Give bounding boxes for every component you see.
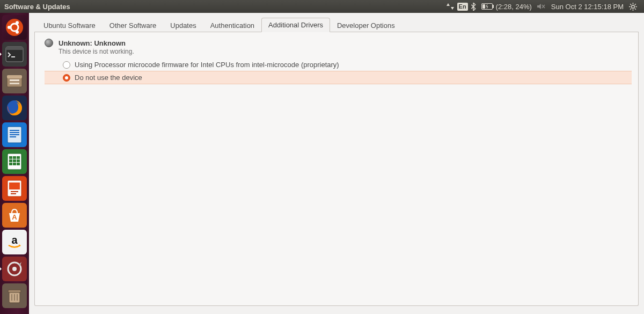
trash-icon [6,287,23,305]
svg-line-11 [630,8,631,9]
battery-icon [481,3,494,10]
device-title: Unknown: Unknown [58,39,126,47]
bluetooth-icon [471,3,476,11]
keyboard-indicator[interactable]: En [457,3,468,11]
amazon-icon: a [5,233,24,251]
network-indicator[interactable] [443,3,457,10]
svg-rect-38 [9,163,12,165]
svg-rect-30 [10,136,16,137]
window-title: Software & Updates [4,3,70,11]
volume-indicator[interactable] [535,3,548,10]
launcher-impress[interactable] [2,176,27,201]
launcher-trash[interactable] [2,283,27,308]
svg-point-3 [632,5,635,8]
launcher: A a [0,13,29,314]
tab-content: Unknown: Unknown This device is not work… [34,32,639,306]
radio-checked [63,74,70,82]
launcher-terminal[interactable] [2,42,27,67]
keyboard-label: En [459,3,466,11]
driver-options: Using Processor microcode firmware for I… [45,59,632,84]
settings-icon [5,260,24,278]
writer-icon [6,126,23,144]
svg-rect-2 [482,4,485,9]
svg-rect-42 [9,182,20,189]
software-icon: A [6,207,23,224]
svg-rect-39 [13,163,16,165]
battery-text: (2:28, 24%) [496,3,532,11]
launcher-amazon[interactable]: a [2,230,27,254]
launcher-dash[interactable] [2,15,27,40]
svg-text:A: A [12,213,17,221]
svg-line-8 [630,4,631,5]
launcher-files[interactable] [2,69,27,93]
radio-unchecked [63,61,70,69]
svg-rect-22 [10,79,19,81]
tab-ubuntu-software[interactable]: Ubuntu Software [36,18,103,32]
svg-rect-28 [10,132,19,133]
tab-updates[interactable]: Updates [163,18,203,32]
svg-rect-18 [6,47,23,50]
svg-text:a: a [11,234,18,246]
launcher-firefox[interactable] [2,96,27,120]
svg-point-15 [16,21,19,24]
firefox-icon [5,98,24,118]
svg-rect-21 [7,75,22,78]
gear-icon [629,3,637,11]
tab-bar: Ubuntu Software Other Software Updates A… [34,17,639,32]
launcher-calc[interactable] [2,149,27,174]
tab-other-software[interactable]: Other Software [103,18,163,32]
svg-rect-23 [10,83,19,84]
launcher-settings[interactable] [2,257,27,281]
svg-rect-40 [17,163,20,165]
svg-rect-27 [10,130,19,131]
datetime-indicator[interactable]: Sun Oct 2 12:15:18 PM [548,3,626,11]
calc-icon [6,152,23,171]
option-label: Using Processor microcode firmware for I… [75,61,339,69]
battery-indicator[interactable]: (2:28, 24%) [479,3,535,11]
datetime-text: Sun Oct 2 12:15:18 PM [551,3,624,11]
svg-rect-43 [11,191,18,192]
files-icon [5,73,24,89]
svg-point-16 [16,31,19,34]
window-content: Ubuntu Software Other Software Updates A… [29,13,644,314]
network-icon [446,3,455,10]
svg-rect-50 [8,290,21,293]
device-entry: Unknown: Unknown This device is not work… [35,39,638,87]
device-status: This device is not working. [58,48,632,55]
cpu-icon [45,39,53,47]
ubuntu-logo-icon [5,18,24,36]
svg-point-14 [8,26,11,29]
svg-rect-29 [10,134,19,135]
svg-rect-34 [17,156,20,159]
svg-line-9 [635,8,636,9]
svg-rect-37 [17,159,20,162]
impress-icon [6,179,23,198]
svg-point-48 [12,267,17,271]
tab-authentication[interactable]: Authentication [203,18,261,32]
driver-option-do-not-use[interactable]: Do not use the device [45,71,632,84]
tab-developer-options[interactable]: Developer Options [330,18,402,32]
menubar: Software & Updates En (2:28, 24%) Sun Oc… [0,0,644,13]
svg-rect-36 [13,159,16,162]
device-header: Unknown: Unknown [45,39,632,47]
launcher-software[interactable]: A [2,203,27,228]
driver-option-microcode[interactable]: Using Processor microcode firmware for I… [45,59,632,71]
svg-rect-1 [493,5,494,8]
volume-muted-icon [537,3,546,10]
session-indicator[interactable] [626,3,640,11]
svg-line-10 [635,4,636,5]
svg-rect-32 [9,156,12,159]
svg-rect-35 [9,159,12,162]
tab-additional-drivers[interactable]: Additional Drivers [261,18,330,32]
option-label: Do not use the device [75,74,142,82]
svg-rect-44 [11,193,16,194]
bluetooth-indicator[interactable] [468,3,479,11]
terminal-icon [5,46,24,62]
svg-rect-33 [13,156,16,159]
launcher-writer[interactable] [2,122,27,147]
